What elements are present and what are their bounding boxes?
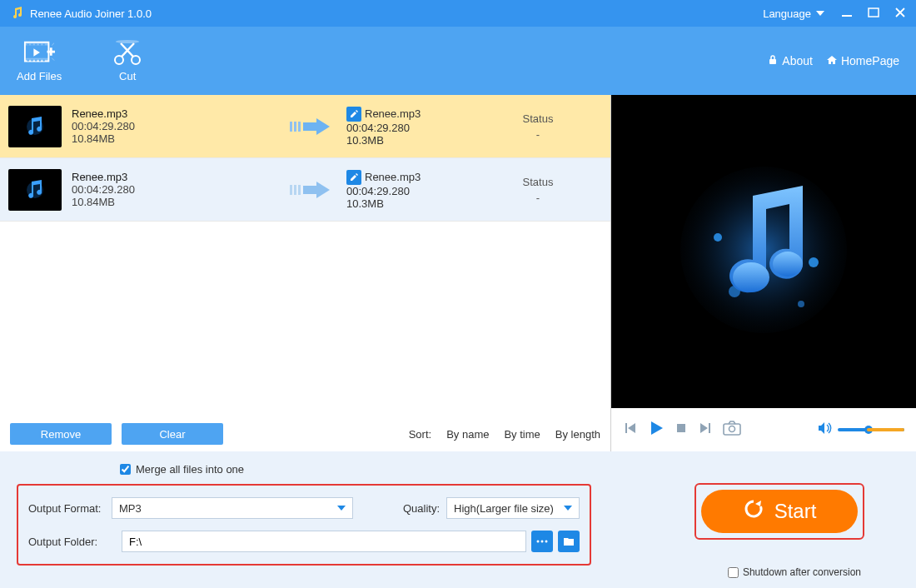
svg-rect-12 xyxy=(298,122,301,132)
add-files-label: Add Files xyxy=(17,70,62,82)
edit-icon[interactable] xyxy=(346,170,361,185)
start-button[interactable]: Start xyxy=(701,490,858,533)
svg-rect-17 xyxy=(298,185,301,195)
file-output-info: Renee.mp3 00:04:29.280 10.3MB xyxy=(346,170,496,210)
file-thumbnail xyxy=(8,169,62,211)
out-size: 10.3MB xyxy=(346,134,496,147)
file-row[interactable]: Renee.mp3 00:04:29.280 10.84MB xyxy=(0,95,610,158)
svg-rect-11 xyxy=(294,122,296,132)
close-button[interactable] xyxy=(894,7,906,21)
out-duration: 00:04:29.280 xyxy=(346,122,496,134)
quality-value: High(Larger file size) xyxy=(454,502,554,515)
start-highlight: Start xyxy=(694,483,864,540)
sort-by-length[interactable]: By length xyxy=(555,428,600,441)
svg-point-6 xyxy=(132,56,140,64)
list-footer: Remove Clear Sort: By name By time By le… xyxy=(0,416,610,451)
output-folder-label: Output Folder: xyxy=(28,536,122,548)
volume-icon xyxy=(818,421,833,438)
out-size: 10.3MB xyxy=(346,197,496,210)
file-row[interactable]: Renee.mp3 00:04:29.280 10.84MB xyxy=(0,158,610,222)
file-thumbnail xyxy=(8,106,62,147)
svg-point-5 xyxy=(115,56,123,64)
chevron-down-icon xyxy=(564,506,572,511)
file-size: 10.84MB xyxy=(72,196,280,208)
remove-button[interactable]: Remove xyxy=(10,423,112,445)
language-label: Language xyxy=(763,7,811,20)
merge-checkbox[interactable] xyxy=(120,464,131,475)
scissors-icon xyxy=(112,40,143,67)
svg-point-22 xyxy=(809,257,819,267)
quality-label: Quality: xyxy=(403,502,440,515)
svg-point-31 xyxy=(545,541,548,543)
titlebar: Renee Audio Joiner 1.0.0 Language xyxy=(0,0,916,27)
chevron-down-icon xyxy=(337,506,346,511)
prev-button[interactable] xyxy=(623,421,638,439)
start-label: Start xyxy=(774,500,817,523)
maximize-button[interactable] xyxy=(868,7,879,21)
homepage-link[interactable]: HomePage xyxy=(826,54,899,68)
music-note-icon xyxy=(676,162,851,341)
bottom-panel: Merge all files into one Output Format: … xyxy=(0,451,916,588)
cut-button[interactable]: Cut xyxy=(112,40,143,82)
output-format-label: Output Format: xyxy=(28,502,112,515)
file-source-info: Renee.mp3 00:04:29.280 10.84MB xyxy=(72,171,280,208)
file-size: 10.84MB xyxy=(72,132,280,145)
svg-rect-15 xyxy=(290,185,292,195)
snapshot-button[interactable] xyxy=(723,421,741,439)
output-format-value: MP3 xyxy=(119,502,142,515)
about-label: About xyxy=(782,54,813,67)
clear-button[interactable]: Clear xyxy=(122,423,223,445)
add-files-button[interactable]: Add Files xyxy=(17,40,62,82)
status-value: - xyxy=(496,192,580,204)
sort-label: Sort: xyxy=(409,428,431,441)
main-area: Renee.mp3 00:04:29.280 10.84MB xyxy=(0,95,916,451)
app-title: Renee Audio Joiner 1.0.0 xyxy=(30,7,763,20)
sort-area: Sort: By name By time By length xyxy=(409,428,600,441)
shutdown-checkbox[interactable] xyxy=(728,567,739,578)
svg-point-28 xyxy=(729,426,735,432)
output-format-select[interactable]: MP3 xyxy=(112,497,353,519)
svg-rect-18 xyxy=(303,186,316,194)
file-rows: Renee.mp3 00:04:29.280 10.84MB xyxy=(0,95,610,416)
more-button[interactable] xyxy=(531,531,553,552)
output-folder-input[interactable] xyxy=(122,531,526,552)
status-label: Status xyxy=(496,176,580,188)
file-output-info: Renee.mp3 00:04:29.280 10.3MB xyxy=(346,107,496,147)
volume-slider[interactable] xyxy=(838,428,904,431)
lock-icon xyxy=(767,54,779,68)
next-button[interactable] xyxy=(698,421,713,439)
quality-select[interactable]: High(Larger file size) xyxy=(446,497,580,519)
file-duration: 00:04:29.280 xyxy=(72,120,280,132)
shutdown-checkbox-row: Shutdown after conversion xyxy=(728,566,861,578)
svg-point-24 xyxy=(733,262,769,292)
svg-rect-0 xyxy=(842,15,852,17)
merge-checkbox-row: Merge all files into one xyxy=(120,463,899,476)
sort-by-time[interactable]: By time xyxy=(504,428,540,441)
window-controls xyxy=(841,7,906,21)
file-name: Renee.mp3 xyxy=(72,107,280,120)
preview-canvas xyxy=(611,95,916,408)
chevron-down-icon xyxy=(816,11,824,16)
homepage-label: HomePage xyxy=(841,54,899,67)
play-button[interactable] xyxy=(648,420,665,440)
volume-control[interactable] xyxy=(818,421,904,438)
browse-folder-button[interactable] xyxy=(558,531,580,552)
svg-rect-1 xyxy=(869,8,879,17)
svg-rect-10 xyxy=(290,122,292,132)
minimize-button[interactable] xyxy=(841,7,853,21)
shutdown-label: Shutdown after conversion xyxy=(743,566,861,578)
status-value: - xyxy=(496,128,580,141)
sort-by-name[interactable]: By name xyxy=(446,428,489,441)
file-status: Status - xyxy=(496,112,580,141)
svg-point-23 xyxy=(798,301,804,307)
toolbar: Add Files Cut About HomePage xyxy=(0,27,916,95)
stop-button[interactable] xyxy=(675,421,688,438)
toolbar-right-links: About HomePage xyxy=(767,54,899,68)
edit-icon[interactable] xyxy=(346,107,361,122)
output-settings-box: Output Format: MP3 Quality: High(Larger … xyxy=(17,484,591,566)
player-controls xyxy=(611,408,916,451)
language-menu[interactable]: Language xyxy=(763,7,824,20)
svg-point-7 xyxy=(116,40,139,43)
app-icon xyxy=(10,7,23,20)
about-link[interactable]: About xyxy=(767,54,813,68)
